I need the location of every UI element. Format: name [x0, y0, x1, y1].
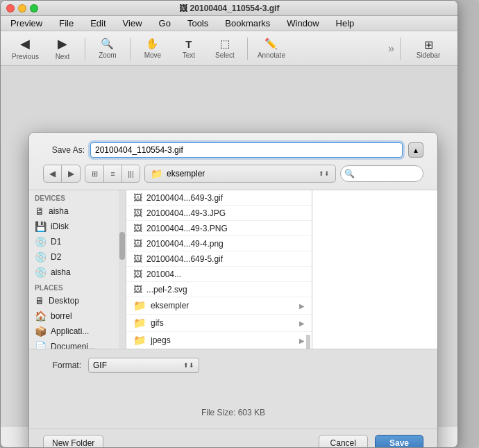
column-resize-handle[interactable]	[306, 335, 310, 349]
file-icon-png1: 🖼	[133, 223, 142, 233]
list-item[interactable]: 🖼 20100404...649-3.gif	[126, 190, 312, 206]
save-button[interactable]: Save	[375, 435, 423, 448]
list-item[interactable]: 🖼 20100404...649-5.gif	[126, 251, 312, 267]
save-dialog: Save As: ▲ ◀ ▶ ⊞ ≡ ||| �	[28, 132, 438, 448]
file-size-area: File Size: 603 KB	[43, 379, 423, 420]
maximize-button[interactable]	[30, 4, 38, 13]
list-item[interactable]: 🖼 20100404...49-3.PNG	[126, 221, 312, 236]
list-item[interactable]: 🖼 201004...	[126, 267, 312, 282]
idisk-icon: 💾	[35, 221, 47, 232]
sidebar-scrollbar[interactable]	[119, 190, 126, 349]
new-folder-button[interactable]: New Folder	[43, 435, 103, 448]
menu-go[interactable]: Go	[155, 17, 175, 30]
sidebar-item-applications[interactable]: 📦 Applicati...	[29, 324, 126, 339]
folder-icon-eksempler: 📁	[133, 299, 146, 312]
icon-view-button[interactable]: ⊞	[85, 165, 103, 182]
menu-bookmarks[interactable]: Bookmarks	[221, 17, 274, 30]
menu-edit[interactable]: Edit	[86, 17, 110, 30]
home-icon: 🏠	[35, 310, 47, 322]
devices-header: DEVICES	[29, 190, 126, 204]
file-icon-gif1: 🖼	[133, 192, 142, 203]
column-view-button[interactable]: |||	[121, 165, 140, 182]
disk-icon-d2: 💿	[35, 251, 47, 263]
list-item[interactable]: 🖼 20100404...49-3.JPG	[126, 206, 312, 221]
list-item[interactable]: 📁 gifs ▶	[126, 315, 312, 332]
dialog-buttons: New Folder Cancel Save	[29, 429, 437, 448]
save-dialog-top: Save As: ▲ ◀ ▶ ⊞ ≡ ||| �	[29, 133, 437, 190]
menu-file[interactable]: File	[55, 17, 78, 30]
location-folder-icon: 📁	[151, 168, 162, 179]
sidebar-icon: ⊞	[424, 38, 433, 51]
main-window: 🖼 20100404_110554-3.gif Preview File Edi…	[0, 0, 458, 448]
menu-preview[interactable]: Preview	[6, 17, 47, 30]
sidebar-item-idisk[interactable]: 💾 iDisk	[29, 219, 126, 234]
sidebar-item-aisha2[interactable]: 💿 aisha	[29, 265, 126, 280]
location-dropdown-arrow: ⬆⬇	[319, 170, 330, 177]
next-icon: ▶	[58, 36, 67, 51]
titlebar: 🖼 20100404_110554-3.gif	[1, 1, 457, 16]
file-icon-jpg: 🖼	[133, 208, 142, 218]
toolbar-separator-4	[400, 38, 401, 60]
folder-arrow-gifs: ▶	[299, 320, 305, 327]
folder-icon-jpegs: 📁	[133, 334, 146, 347]
save-as-row: Save As: ▲	[43, 142, 423, 158]
save-as-label: Save As:	[43, 145, 85, 155]
list-view-button[interactable]: ≡	[103, 165, 121, 182]
format-row: Format: GIF ⬆⬇	[43, 358, 423, 373]
list-item[interactable]: 📁 jpegs ▶	[126, 332, 312, 349]
cancel-button[interactable]: Cancel	[319, 435, 368, 448]
menu-view[interactable]: View	[119, 17, 146, 30]
move-button[interactable]: ✋ Move	[136, 33, 169, 64]
places-header: PLACES	[29, 280, 126, 293]
file-icon-gif2: 🖼	[133, 254, 142, 264]
sidebar-item-aisha1[interactable]: 🖥 aisha	[29, 204, 126, 219]
next-button[interactable]: ▶ Next	[46, 33, 79, 64]
list-item[interactable]: 🖼 ...pel-2.svg	[126, 282, 312, 297]
sidebar-item-documents[interactable]: 📄 Documeni...	[29, 339, 126, 349]
zoom-icon: 🔍	[101, 38, 114, 50]
location-dropdown[interactable]: 📁 eksempler ⬆⬇	[144, 165, 336, 183]
previous-button[interactable]: ◀ Previous	[8, 33, 43, 64]
nav-arrows: ◀ ▶	[43, 165, 81, 183]
text-button[interactable]: T Text	[172, 33, 205, 64]
list-item[interactable]: 📁 eksempler ▶	[126, 297, 312, 315]
folder-arrow-jpegs: ▶	[299, 337, 305, 345]
filename-input[interactable]	[90, 142, 403, 158]
overflow-icon[interactable]: »	[388, 42, 394, 55]
zoom-button[interactable]: 🔍 Zoom	[91, 33, 124, 64]
sidebar: DEVICES 🖥 aisha 💾 iDisk 💿 D1 💿	[29, 190, 126, 349]
sidebar-item-d2[interactable]: 💿 D2	[29, 249, 126, 265]
nav-row: ◀ ▶ ⊞ ≡ ||| 📁 eksempler ⬆⬇ 🔍	[43, 165, 423, 183]
annotate-icon: ✏️	[264, 38, 278, 50]
menu-help[interactable]: Help	[332, 17, 359, 30]
minimize-button[interactable]	[18, 4, 26, 13]
format-dropdown[interactable]: GIF ⬆⬇	[88, 358, 199, 373]
traffic-lights	[6, 4, 38, 13]
back-arrow-button[interactable]: ◀	[44, 165, 62, 182]
disk-icon-aisha: 💿	[35, 267, 47, 278]
list-item[interactable]: 🖼 20100404...49-4.png	[126, 236, 312, 251]
annotate-button[interactable]: ✏️ Annotate	[253, 33, 289, 64]
file-icon: 🖼	[179, 3, 187, 13]
docs-icon: 📄	[35, 341, 47, 349]
sidebar-button[interactable]: ⊞ Sidebar	[406, 33, 451, 64]
menubar: Preview File Edit View Go Tools Bookmark…	[1, 16, 457, 31]
folder-icon-gifs: 📁	[133, 317, 146, 329]
sidebar-item-borrel[interactable]: 🏠 borrel	[29, 308, 126, 324]
menu-window[interactable]: Window	[283, 17, 323, 30]
file-icon-png2: 🖼	[133, 238, 142, 249]
format-label: Format:	[43, 360, 81, 370]
select-button[interactable]: ⬚ Select	[208, 33, 242, 64]
close-button[interactable]	[6, 4, 15, 13]
forward-arrow-button[interactable]: ▶	[62, 165, 80, 182]
toolbar-separator-2	[130, 38, 131, 60]
move-icon: ✋	[146, 38, 159, 50]
menu-tools[interactable]: Tools	[183, 17, 212, 30]
sidebar-item-desktop[interactable]: 🖥 Desktop	[29, 293, 126, 308]
sidebar-item-d1[interactable]: 💿 D1	[29, 234, 126, 249]
dialog-format-section: Format: GIF ⬆⬇ File Size: 603 KB	[29, 349, 437, 429]
apps-icon: 📦	[35, 326, 47, 337]
sidebar-scrollbar-thumb	[119, 232, 125, 260]
file-list: 🖼 20100404...649-3.gif 🖼 20100404...49-3…	[126, 190, 312, 349]
expand-button[interactable]: ▲	[408, 142, 423, 158]
